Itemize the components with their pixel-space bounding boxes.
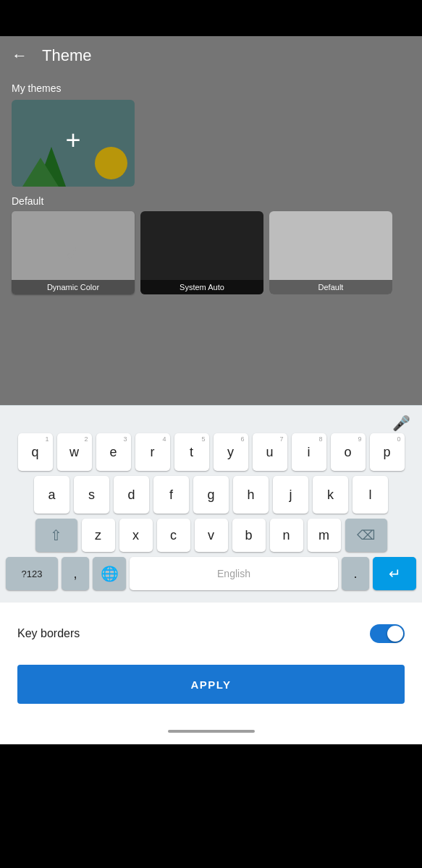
dynamic-color-label: Dynamic Color [12,280,135,294]
period-key[interactable]: . [342,557,369,590]
bottom-section: Key borders APPLY [0,603,422,718]
key-n[interactable]: n [270,519,303,552]
key-a[interactable]: a [34,476,69,514]
toggle-thumb [387,626,403,642]
add-theme-card[interactable]: + [12,100,135,187]
key-e[interactable]: 3e [96,433,131,471]
page-title: Theme [42,46,91,65]
key-d[interactable]: d [114,476,149,514]
key-l[interactable]: l [353,476,388,514]
app-area: ← Theme My themes + Default ✓ Dynamic Co… [0,36,422,405]
add-theme-icon: + [65,125,80,156]
key-g[interactable]: g [193,476,229,514]
keyboard: 🎤 1q 2w 3e 4r 5t 6y 7u 8i 9o 0p [0,405,422,603]
num-sym-key[interactable]: ?123 [6,557,58,590]
key-p[interactable]: 0p [370,433,405,471]
system-auto-card[interactable]: System Auto [140,211,263,294]
key-w[interactable]: 2w [57,433,92,471]
key-r[interactable]: 4r [135,433,170,471]
key-h[interactable]: h [233,476,269,514]
shift-key[interactable]: ⇧ [35,519,77,552]
keyboard-row-1: 1q 2w 3e 4r 5t 6y 7u 8i 9o 0p [3,433,419,471]
system-auto-label: System Auto [140,280,263,294]
default-theme-label: Default [269,280,392,294]
key-t[interactable]: 5t [174,433,209,471]
key-borders-row: Key borders [17,617,405,650]
key-m[interactable]: m [308,519,341,552]
key-k[interactable]: k [313,476,348,514]
key-x[interactable]: x [119,519,153,552]
key-borders-toggle[interactable] [370,624,405,643]
key-b[interactable]: b [232,519,266,552]
comma-key[interactable]: , [62,557,89,590]
key-borders-label: Key borders [17,627,80,640]
key-f[interactable]: f [153,476,189,514]
selected-checkmark: ✓ [64,240,83,265]
my-themes-row: + [0,100,422,187]
status-bar [0,0,422,36]
key-j[interactable]: j [273,476,308,514]
key-y[interactable]: 6y [214,433,248,471]
apply-button[interactable]: APPLY [17,665,405,704]
mic-button[interactable]: 🎤 [392,414,410,432]
my-themes-label: My themes [0,75,422,100]
default-theme-card[interactable]: Default [269,211,392,294]
key-s[interactable]: s [74,476,109,514]
header: ← Theme [0,36,422,75]
keyboard-row-3: ⇧ z x c v b n m ⌫ [3,519,419,552]
globe-key[interactable]: 🌐 [93,557,126,590]
enter-key[interactable]: ↵ [373,557,416,590]
key-q[interactable]: 1q [18,433,53,471]
dynamic-color-card[interactable]: ✓ Dynamic Color [12,211,135,294]
home-bar [168,730,255,733]
keyboard-row-4: ?123 , 🌐 English . ↵ [3,557,419,590]
default-label: Default [0,187,422,211]
key-i[interactable]: 8i [292,433,326,471]
key-o[interactable]: 9o [331,433,366,471]
key-z[interactable]: z [82,519,115,552]
key-u[interactable]: 7u [253,433,287,471]
default-themes-row: ✓ Dynamic Color System Auto Default [0,211,422,294]
key-v[interactable]: v [195,519,228,552]
key-c[interactable]: c [157,519,190,552]
backspace-key[interactable]: ⌫ [345,519,387,552]
home-indicator [0,718,422,744]
keyboard-row-2: a s d f g h j k l [3,476,419,514]
mic-row: 🎤 [3,412,419,433]
space-key[interactable]: English [130,557,338,590]
back-button[interactable]: ← [12,46,28,65]
